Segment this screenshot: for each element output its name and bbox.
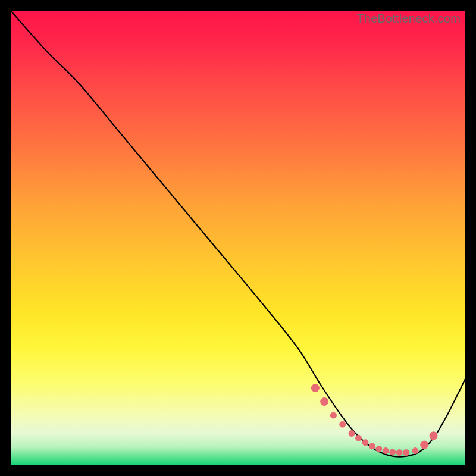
highlight-dot [311, 384, 319, 392]
highlight-dot [330, 412, 336, 418]
highlight-dot [390, 449, 396, 455]
chart-plot-area: TheBottleneck.com [11, 11, 465, 465]
highlight-dot [421, 441, 428, 449]
highlight-dot [376, 446, 382, 452]
highlight-dot [430, 432, 437, 440]
bottleneck-curve [11, 11, 465, 457]
highlight-dot [362, 440, 368, 446]
highlight-dot [356, 435, 362, 441]
chart-svg [11, 11, 465, 465]
highlight-dots [311, 384, 437, 456]
highlight-dot [369, 443, 375, 449]
highlight-dot [412, 448, 418, 454]
highlight-dot [349, 431, 355, 437]
highlight-dot [340, 421, 346, 427]
highlight-dot [321, 398, 328, 406]
highlight-dot [403, 450, 409, 456]
highlight-dot [396, 450, 402, 456]
chart-stage: TheBottleneck.com [0, 0, 476, 476]
highlight-dot [383, 448, 389, 454]
